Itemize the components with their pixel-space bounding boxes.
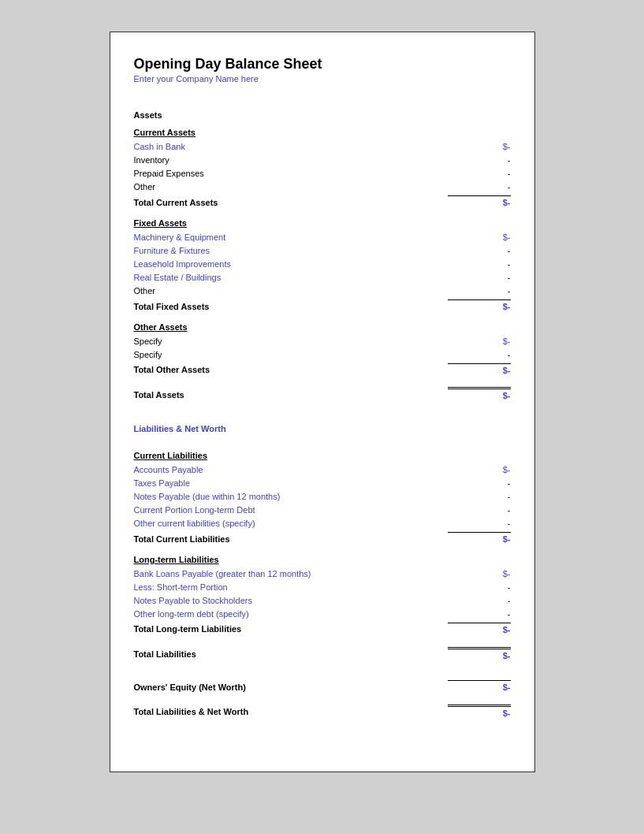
longterm-liabilities-header: Long-term Liabilities [134, 555, 511, 564]
other-fixed-assets-label: Other [134, 284, 448, 298]
total-fixed-assets-row: Total Fixed Assets $- [134, 299, 511, 314]
bank-loans-label: Bank Loans Payable (greater than 12 mont… [134, 567, 448, 581]
bank-loans-value: $- [448, 567, 511, 581]
notes-payable-short-label: Notes Payable (due within 12 months) [134, 490, 448, 504]
liabilities-header: Liabilities & Net Worth [134, 424, 511, 433]
current-assets-header: Current Assets [134, 128, 511, 137]
list-item: Specify $- [134, 335, 511, 348]
list-item: Notes Payable to Stockholders - [134, 594, 511, 608]
list-item: Other - [134, 284, 511, 298]
total-current-assets-label: Total Current Assets [134, 196, 218, 210]
total-assets-label: Total Assets [134, 389, 184, 403]
real-estate-value: - [448, 271, 511, 284]
list-item: Specify - [134, 348, 511, 362]
taxes-payable-value: - [448, 477, 511, 490]
total-current-liabilities-label: Total Current Liabilities [134, 533, 230, 547]
other-assets-header: Other Assets [134, 322, 511, 332]
list-item: Notes Payable (due within 12 months) - [134, 490, 511, 504]
owners-equity-row: Owners' Equity (Net Worth) $- [134, 680, 511, 695]
list-item: Other current liabilities (specify) - [134, 517, 511, 530]
cash-in-bank-value: $- [448, 140, 511, 154]
current-portion-longterm-label: Current Portion Long-term Debt [134, 504, 448, 517]
owners-equity-label: Owners' Equity (Net Worth) [134, 681, 246, 695]
total-other-assets-row: Total Other Assets $- [134, 363, 511, 378]
total-longterm-liabilities-row: Total Long-term Liabilities $- [134, 623, 511, 638]
other-longterm-debt-value: - [448, 608, 511, 621]
total-other-assets-value: $- [448, 363, 511, 378]
less-shortterm-label: Less: Short-term Portion [134, 581, 448, 594]
list-item: Real Estate / Buildings - [134, 271, 511, 284]
notes-payable-stockholders-label: Notes Payable to Stockholders [134, 594, 448, 608]
total-other-assets-label: Total Other Assets [134, 363, 210, 377]
prepaid-expenses-value: - [448, 167, 511, 180]
other-current-liabilities-value: - [448, 517, 511, 530]
owners-equity-value: $- [448, 680, 511, 695]
list-item: Furniture & Fixtures - [134, 244, 511, 258]
total-current-liabilities-row: Total Current Liabilities $- [134, 532, 511, 547]
list-item: Other long-term debt (specify) - [134, 608, 511, 621]
total-fixed-assets-value: $- [448, 299, 511, 314]
prepaid-expenses-label: Prepaid Expenses [134, 167, 448, 180]
total-liabilities-net-worth-value: $- [448, 705, 511, 721]
current-portion-longterm-value: - [448, 504, 511, 517]
total-liabilities-value: $- [448, 647, 511, 664]
list-item: Accounts Payable $- [134, 463, 511, 477]
other-longterm-debt-label: Other long-term debt (specify) [134, 608, 448, 621]
total-liabilities-net-worth-row: Total Liabilities & Net Worth $- [134, 705, 511, 721]
list-item: Less: Short-term Portion - [134, 581, 511, 594]
specify1-value: $- [448, 335, 511, 348]
total-liabilities-row: Total Liabilities $- [134, 647, 511, 664]
fixed-assets-header: Fixed Assets [134, 218, 511, 228]
list-item: Current Portion Long-term Debt - [134, 504, 511, 517]
total-current-assets-row: Total Current Assets $- [134, 195, 511, 210]
machinery-label: Machinery & Equipment [134, 231, 448, 244]
list-item: Machinery & Equipment $- [134, 231, 511, 244]
total-liabilities-net-worth-label: Total Liabilities & Net Worth [134, 705, 249, 720]
list-item: Leasehold Improvements - [134, 258, 511, 271]
accounts-payable-label: Accounts Payable [134, 463, 448, 477]
balance-sheet-page: Opening Day Balance Sheet Enter your Com… [110, 32, 535, 772]
less-shortterm-value: - [448, 581, 511, 594]
notes-payable-short-value: - [448, 490, 511, 504]
total-longterm-liabilities-label: Total Long-term Liabilities [134, 623, 242, 637]
total-current-assets-value: $- [448, 195, 511, 210]
accounts-payable-value: $- [448, 463, 511, 477]
page-title: Opening Day Balance Sheet [134, 56, 511, 73]
total-liabilities-label: Total Liabilities [134, 648, 196, 662]
list-item: Inventory - [134, 154, 511, 167]
company-name: Enter your Company Name here [134, 74, 511, 84]
inventory-value: - [448, 154, 511, 167]
leasehold-value: - [448, 258, 511, 271]
notes-payable-stockholders-value: - [448, 594, 511, 608]
specify2-value: - [448, 348, 511, 362]
real-estate-label: Real Estate / Buildings [134, 271, 448, 284]
current-liabilities-header: Current Liabilities [134, 451, 511, 460]
inventory-label: Inventory [134, 154, 448, 167]
specify1-label: Specify [134, 335, 448, 348]
list-item: Other - [134, 180, 511, 194]
list-item: Prepaid Expenses - [134, 167, 511, 180]
leasehold-label: Leasehold Improvements [134, 258, 448, 271]
total-assets-row: Total Assets $- [134, 387, 511, 403]
furniture-label: Furniture & Fixtures [134, 244, 448, 258]
other-fixed-assets-value: - [448, 284, 511, 298]
total-fixed-assets-label: Total Fixed Assets [134, 300, 210, 314]
cash-in-bank-label: Cash in Bank [134, 140, 448, 154]
machinery-value: $- [448, 231, 511, 244]
furniture-value: - [448, 244, 511, 258]
other-current-assets-value: - [448, 180, 511, 194]
list-item: Cash in Bank $- [134, 140, 511, 154]
total-longterm-liabilities-value: $- [448, 623, 511, 638]
list-item: Bank Loans Payable (greater than 12 mont… [134, 567, 511, 581]
other-current-liabilities-label: Other current liabilities (specify) [134, 517, 448, 530]
total-assets-value: $- [448, 387, 511, 403]
list-item: Taxes Payable - [134, 477, 511, 490]
specify2-label: Specify [134, 348, 448, 362]
other-current-assets-label: Other [134, 180, 448, 194]
total-current-liabilities-value: $- [448, 532, 511, 547]
taxes-payable-label: Taxes Payable [134, 477, 448, 490]
assets-header: Assets [134, 110, 511, 120]
